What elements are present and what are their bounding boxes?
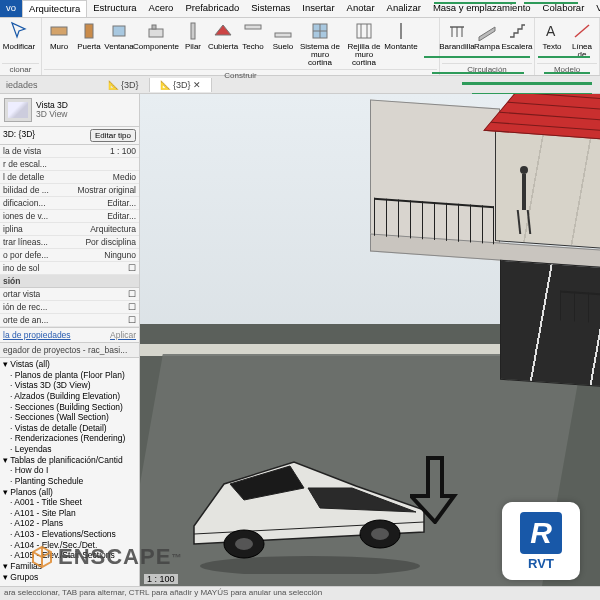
rejilla-muro-button[interactable]: Rejilla de muro cortina <box>342 19 386 69</box>
tree-item[interactable]: · A101 - Site Plan <box>0 508 139 519</box>
tree-item[interactable]: · A001 - Title Sheet <box>0 497 139 508</box>
property-row[interactable]: bilidad de ...Mostrar original <box>0 184 139 197</box>
annotation-line <box>544 72 590 74</box>
tree-item[interactable]: · How do I <box>0 465 139 476</box>
annotation-line <box>538 56 590 58</box>
curtain-grid-icon <box>354 21 374 41</box>
sistema-muro-button[interactable]: Sistema de muro cortina <box>298 19 342 69</box>
property-row[interactable]: orte de an...☐ <box>0 314 139 327</box>
tree-item[interactable]: · Renderizaciones (Rendering) <box>0 433 139 444</box>
apply-button[interactable]: Aplicar <box>110 330 136 340</box>
properties-help-link[interactable]: la de propiedades <box>3 330 71 340</box>
componente-button[interactable]: Componente <box>134 19 178 69</box>
tree-item[interactable]: ▾ Vistas (all) <box>0 359 139 370</box>
tree-item[interactable]: · Leyendas <box>0 444 139 455</box>
property-row[interactable]: iplinaArquitectura <box>0 223 139 236</box>
techo-button[interactable]: Techo <box>238 19 268 69</box>
svg-line-20 <box>575 25 589 37</box>
tree-item[interactable]: · A102 - Plans <box>0 518 139 529</box>
upper-glazing <box>495 123 600 251</box>
ribbon-tab-sistemas[interactable]: Sistemas <box>245 0 296 17</box>
svg-point-29 <box>200 556 420 574</box>
cubierta-button[interactable]: Cubierta <box>208 19 238 69</box>
vehicle-model: vg> <box>180 414 440 574</box>
window-icon <box>109 21 129 41</box>
pilar-button[interactable]: Pilar <box>178 19 208 69</box>
tree-item[interactable]: · Vistas 3D (3D View) <box>0 380 139 391</box>
ribbon-tab-acero[interactable]: Acero <box>143 0 180 17</box>
ribbon-tab-anotar[interactable]: Anotar <box>341 0 381 17</box>
annotation-line <box>432 72 524 74</box>
montante-button[interactable]: Montante <box>386 19 416 69</box>
edit-type-button[interactable]: Editar tipo <box>90 129 136 142</box>
tree-item[interactable]: · Secciones (Building Section) <box>0 402 139 413</box>
property-type-selector[interactable]: Vista 3D 3D View <box>0 94 139 127</box>
property-row[interactable]: dificacion...Editar... <box>0 197 139 210</box>
cursor-icon <box>9 21 29 41</box>
curtain-system-icon <box>310 21 330 41</box>
view-thumbnail-icon <box>4 98 32 122</box>
ribbon-tab-vista[interactable]: Vista <box>590 0 600 17</box>
tree-item[interactable]: ▾ Planos (all) <box>0 487 139 498</box>
svg-rect-2 <box>113 26 125 36</box>
ribbon-tab-analizar[interactable]: Analizar <box>381 0 427 17</box>
property-section-extents[interactable]: sión <box>0 275 139 288</box>
puerta-button[interactable]: Puerta <box>74 19 104 69</box>
status-bar: ara seleccionar, TAB para alternar, CTRL… <box>0 586 600 600</box>
view-selector[interactable]: 3D: {3D} <box>3 129 35 142</box>
modify-button[interactable]: Modificar <box>2 19 36 63</box>
tree-item[interactable]: · Planting Schedule <box>0 476 139 487</box>
annotation-line <box>434 2 516 4</box>
property-row[interactable]: trar líneas...Por disciplina <box>0 236 139 249</box>
ribbon-tab-estructura[interactable]: Estructura <box>87 0 142 17</box>
floor-icon <box>273 21 293 41</box>
column-icon <box>183 21 203 41</box>
tree-item[interactable]: · Vistas de detalle (Detail) <box>0 423 139 434</box>
property-row[interactable]: o por defe...Ninguno <box>0 249 139 262</box>
svg-rect-0 <box>51 27 67 35</box>
component-icon <box>146 21 166 41</box>
svg-point-26 <box>235 538 253 550</box>
svg-rect-7 <box>275 33 291 37</box>
property-row[interactable]: l de detalleMedio <box>0 171 139 184</box>
ramp-icon <box>477 21 497 41</box>
tree-item[interactable]: · Secciones (Wall Section) <box>0 412 139 423</box>
svg-rect-14 <box>400 23 402 39</box>
property-row[interactable]: r de escal... <box>0 158 139 171</box>
building-model <box>340 94 600 394</box>
suelo-button[interactable]: Suelo <box>268 19 298 69</box>
doc-tab-3d-2[interactable]: 📐 {3D} ✕ <box>150 78 213 92</box>
lower-glazing <box>500 260 600 393</box>
ribbon-tab-insertar[interactable]: Insertar <box>296 0 340 17</box>
ceiling-icon <box>243 21 263 41</box>
svg-rect-1 <box>85 24 93 38</box>
view-subtype-label: 3D View <box>36 110 68 119</box>
select-group-label: cionar <box>2 63 39 74</box>
svg-marker-23 <box>308 488 416 512</box>
ribbon-tab-arquitectura[interactable]: Arquitectura <box>22 0 87 17</box>
ribbon-tab-file[interactable]: vo <box>0 0 22 17</box>
property-row[interactable]: ión de rec...☐ <box>0 301 139 314</box>
tree-item[interactable]: · Planos de planta (Floor Plan) <box>0 370 139 381</box>
property-row[interactable]: iones de v...Editar... <box>0 210 139 223</box>
tree-item[interactable]: ▾ Tablas de planificación/Cantid <box>0 455 139 466</box>
tree-item[interactable]: · Alzados (Building Elevation) <box>0 391 139 402</box>
properties-panel-title: iedades <box>0 80 98 90</box>
ribbon-tab-prefabricado[interactable]: Prefabricado <box>179 0 245 17</box>
property-row[interactable]: la de vista1 : 100 <box>0 145 139 158</box>
muro-button[interactable]: Muro <box>44 19 74 69</box>
doc-tab-3d-1[interactable]: 📐 {3D} <box>98 78 150 92</box>
door-icon <box>79 21 99 41</box>
download-arrow-icon <box>410 454 460 537</box>
railing-icon <box>447 21 467 41</box>
mullion-icon <box>391 21 411 41</box>
property-row[interactable]: ino de sol☐ <box>0 262 139 275</box>
tree-item[interactable]: ▾ Grupos <box>0 572 139 583</box>
enscape-cube-icon <box>30 545 54 569</box>
enscape-logo: ENSCAPE™ <box>30 544 182 570</box>
view-scale-display[interactable]: 1 : 100 <box>144 574 178 584</box>
tree-item[interactable]: · A103 - Elevations/Sections <box>0 529 139 540</box>
property-row[interactable]: ortar vista☐ <box>0 288 139 301</box>
revit-badge: R RVT <box>502 502 580 580</box>
ventana-button[interactable]: Ventana <box>104 19 134 69</box>
